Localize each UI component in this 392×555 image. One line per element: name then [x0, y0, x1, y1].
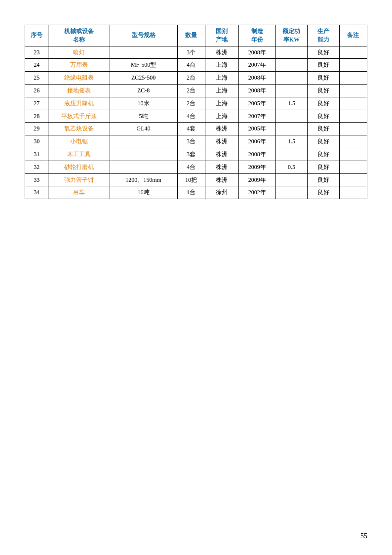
cell-model: ZC25-500 [110, 72, 177, 85]
cell-qty: 4台 [177, 110, 205, 123]
cell-qty: 2台 [177, 97, 205, 110]
cell-name: 小电锯 [48, 135, 110, 148]
cell-power: 1.5 [275, 97, 308, 110]
header-production: 生产能力 [308, 25, 340, 46]
cell-model [110, 46, 177, 59]
cell-note [339, 110, 367, 123]
cell-year: 2009年 [238, 161, 275, 173]
cell-power: 1.5 [275, 135, 308, 148]
header-name: 机械或设备名称 [48, 25, 110, 46]
cell-note [339, 59, 367, 72]
cell-year: 2007年 [238, 59, 275, 72]
cell-power [275, 173, 308, 186]
cell-seq: 34 [25, 186, 48, 199]
equipment-table: 序号 机械或设备名称 型号规格 数量 国别产地 制造年份 额定功率KW 生产能力… [25, 25, 367, 199]
cell-model [110, 135, 177, 148]
cell-country: 株洲 [205, 123, 238, 135]
cell-note [339, 173, 367, 186]
cell-production: 良好 [308, 72, 340, 85]
cell-seq: 23 [25, 46, 48, 59]
cell-production: 良好 [308, 161, 340, 173]
cell-name: 接地摇表 [48, 84, 110, 97]
cell-country: 株洲 [205, 148, 238, 161]
cell-year: 2008年 [238, 72, 275, 85]
cell-note [339, 123, 367, 135]
cell-qty: 1台 [177, 186, 205, 199]
header-seq: 序号 [25, 25, 48, 46]
table-wrapper: 序号 机械或设备名称 型号规格 数量 国别产地 制造年份 额定功率KW 生产能力… [25, 25, 367, 199]
table-row: 31木工工具3套株洲2008年良好 [25, 148, 367, 161]
cell-name: 喷灯 [48, 46, 110, 59]
cell-model: 5吨 [110, 110, 177, 123]
cell-name: 氧乙炔设备 [48, 123, 110, 135]
cell-power [275, 72, 308, 85]
cell-year: 2008年 [238, 46, 275, 59]
cell-year: 2005年 [238, 123, 275, 135]
cell-note [339, 46, 367, 59]
header-model: 型号规格 [110, 25, 177, 46]
cell-seq: 26 [25, 84, 48, 97]
cell-name: 强力管子钳 [48, 173, 110, 186]
cell-model: ZC-8 [110, 84, 177, 97]
cell-model: 1200、150mm [110, 173, 177, 186]
cell-seq: 28 [25, 110, 48, 123]
table-row: 27液压升降机10米2台上海2005年1.5良好 [25, 97, 367, 110]
cell-country: 株洲 [205, 135, 238, 148]
cell-year: 2006年 [238, 135, 275, 148]
cell-seq: 31 [25, 148, 48, 161]
header-qty: 数量 [177, 25, 205, 46]
cell-power [275, 59, 308, 72]
cell-country: 上海 [205, 59, 238, 72]
cell-year: 2007年 [238, 110, 275, 123]
cell-country: 上海 [205, 110, 238, 123]
cell-qty: 10把 [177, 173, 205, 186]
cell-model: GL40 [110, 123, 177, 135]
cell-year: 2009年 [238, 173, 275, 186]
cell-year: 2005年 [238, 97, 275, 110]
cell-power [275, 84, 308, 97]
cell-note [339, 186, 367, 199]
cell-production: 良好 [308, 173, 340, 186]
cell-model: MF-500型 [110, 59, 177, 72]
cell-model: 16吨 [110, 186, 177, 199]
cell-qty: 3台 [177, 135, 205, 148]
cell-seq: 24 [25, 59, 48, 72]
cell-power [275, 110, 308, 123]
cell-qty: 2台 [177, 84, 205, 97]
cell-name: 平板式千斤顶 [48, 110, 110, 123]
cell-production: 良好 [308, 110, 340, 123]
cell-country: 株洲 [205, 46, 238, 59]
cell-country: 徐州 [205, 186, 238, 199]
cell-name: 万用表 [48, 59, 110, 72]
cell-seq: 27 [25, 97, 48, 110]
cell-country: 上海 [205, 84, 238, 97]
cell-production: 良好 [308, 84, 340, 97]
cell-country: 上海 [205, 72, 238, 85]
header-year: 制造年份 [238, 25, 275, 46]
table-row: 28平板式千斤顶5吨4台上海2007年良好 [25, 110, 367, 123]
cell-name: 木工工具 [48, 148, 110, 161]
cell-seq: 30 [25, 135, 48, 148]
cell-note [339, 97, 367, 110]
header-power: 额定功率KW [275, 25, 308, 46]
cell-power [275, 148, 308, 161]
cell-production: 良好 [308, 46, 340, 59]
cell-year: 2002年 [238, 186, 275, 199]
cell-model [110, 161, 177, 173]
cell-production: 良好 [308, 123, 340, 135]
cell-note [339, 148, 367, 161]
cell-qty: 4套 [177, 123, 205, 135]
cell-power: 0.5 [275, 161, 308, 173]
cell-production: 良好 [308, 135, 340, 148]
cell-note [339, 72, 367, 85]
cell-seq: 32 [25, 161, 48, 173]
cell-seq: 25 [25, 72, 48, 85]
cell-production: 良好 [308, 186, 340, 199]
cell-model [110, 148, 177, 161]
table-header-row: 序号 机械或设备名称 型号规格 数量 国别产地 制造年份 额定功率KW 生产能力… [25, 25, 367, 46]
cell-qty: 2台 [177, 72, 205, 85]
cell-seq: 33 [25, 173, 48, 186]
cell-power [275, 123, 308, 135]
table-row: 26接地摇表ZC-82台上海2008年良好 [25, 84, 367, 97]
cell-qty: 4台 [177, 161, 205, 173]
